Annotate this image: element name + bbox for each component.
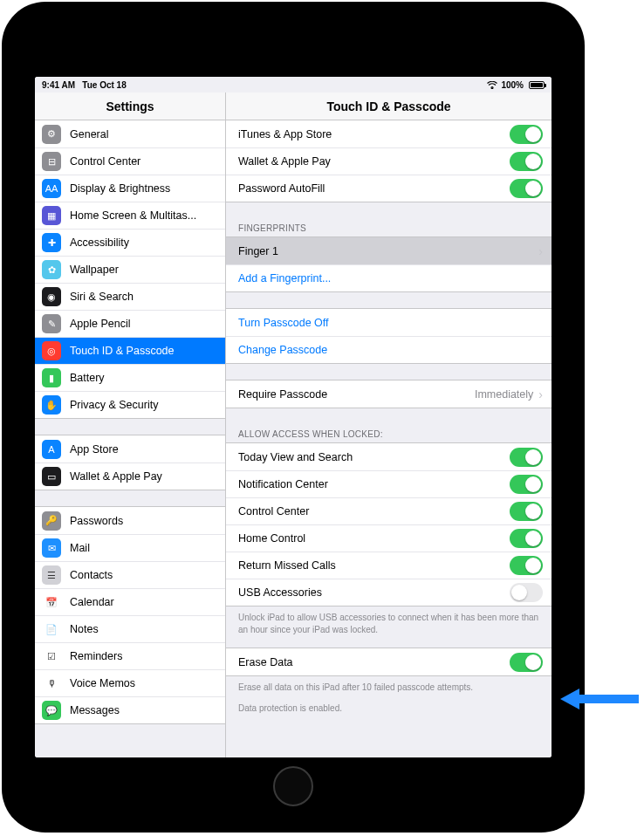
sidebar-item-icon: ✿ bbox=[42, 260, 61, 279]
use-touchid-row[interactable]: Password AutoFill bbox=[226, 175, 552, 202]
sidebar-item[interactable]: ✎Apple Pencil bbox=[35, 310, 225, 337]
require-passcode-label: Require Passcode bbox=[238, 388, 475, 401]
svg-marker-0 bbox=[560, 689, 639, 709]
status-left: 9:41 AM Tue Oct 18 bbox=[42, 80, 127, 90]
sidebar-item-label: Calendar bbox=[70, 596, 216, 608]
sidebar-item[interactable]: ◉Siri & Search bbox=[35, 283, 225, 310]
passcode-action-row[interactable]: Change Passcode bbox=[226, 336, 552, 363]
require-passcode-row[interactable]: Require Passcode Immediately › bbox=[226, 380, 552, 408]
allow-access-toggle[interactable] bbox=[510, 529, 543, 548]
add-fingerprint-row[interactable]: Add a Fingerprint... bbox=[226, 264, 552, 291]
sidebar-item-label: Battery bbox=[70, 372, 216, 384]
allow-access-label: Return Missed Calls bbox=[238, 559, 510, 572]
sidebar-item-icon: ☑ bbox=[42, 647, 61, 666]
sidebar-item[interactable]: 📅Calendar bbox=[35, 588, 225, 615]
passcode-action-label: Change Passcode bbox=[238, 344, 543, 356]
allow-access-label: USB Accessories bbox=[238, 586, 510, 599]
sidebar-item-icon: ◎ bbox=[42, 341, 61, 360]
sidebar-item-label: Home Screen & Multitas... bbox=[70, 209, 216, 222]
home-button[interactable] bbox=[273, 766, 313, 806]
sidebar-item[interactable]: 🎙Voice Memos bbox=[35, 669, 225, 696]
sidebar-item[interactable]: ▮Battery bbox=[35, 364, 225, 391]
sidebar-item[interactable]: 🔑Passwords bbox=[35, 507, 225, 534]
allow-access-toggle[interactable] bbox=[510, 448, 543, 467]
sidebar-item-label: Mail bbox=[70, 542, 216, 554]
sidebar-item[interactable]: 📄Notes bbox=[35, 615, 225, 642]
use-touchid-row[interactable]: iTunes & App Store bbox=[226, 120, 552, 147]
sidebar-item-label: Passwords bbox=[70, 515, 216, 527]
allow-access-row[interactable]: Return Missed Calls bbox=[226, 552, 552, 579]
chevron-right-icon: › bbox=[538, 387, 543, 401]
allow-access-row[interactable]: Home Control bbox=[226, 524, 552, 552]
sidebar-item-icon: ☰ bbox=[42, 565, 61, 585]
require-passcode-value: Immediately bbox=[475, 388, 533, 401]
sidebar-group-3: 🔑Passwords✉Mail☰Contacts📅Calendar📄Notes☑… bbox=[35, 506, 225, 724]
allow-access-toggle[interactable] bbox=[510, 583, 543, 602]
sidebar-item[interactable]: ⚙General bbox=[35, 120, 225, 147]
allow-access-row[interactable]: USB Accessories bbox=[226, 579, 552, 606]
sidebar-item[interactable]: ✋Privacy & Security bbox=[35, 391, 225, 418]
usb-footer: Unlock iPad to allow USB accessories to … bbox=[226, 608, 552, 635]
sidebar-item-icon: 📄 bbox=[42, 620, 61, 639]
use-touchid-toggle[interactable] bbox=[510, 152, 543, 171]
sidebar[interactable]: ⚙General⊟Control CenterAADisplay & Brigh… bbox=[35, 120, 226, 757]
sidebar-item[interactable]: ▭Wallet & Apple Pay bbox=[35, 463, 225, 490]
settings-title: Settings bbox=[35, 93, 226, 120]
allow-access-row[interactable]: Today View and Search bbox=[226, 443, 552, 470]
erase-data-label: Erase Data bbox=[238, 656, 510, 668]
erase-data-row[interactable]: Erase Data bbox=[226, 648, 552, 675]
status-time: 9:41 AM bbox=[42, 80, 75, 90]
sidebar-item-label: General bbox=[70, 128, 216, 140]
columns: ⚙General⊟Control CenterAADisplay & Brigh… bbox=[35, 120, 552, 757]
ipad-bezel: 9:41 AM Tue Oct 18 100% Settings Touch I… bbox=[9, 9, 578, 826]
sidebar-item-icon: ▭ bbox=[42, 467, 61, 486]
allow-access-row[interactable]: Control Center bbox=[226, 497, 552, 524]
sidebar-item[interactable]: ✚Accessibility bbox=[35, 229, 225, 256]
erase-data-toggle[interactable] bbox=[510, 653, 543, 672]
battery-percent: 100% bbox=[501, 80, 524, 90]
allow-access-toggle[interactable] bbox=[510, 502, 543, 521]
sidebar-item[interactable]: ✿Wallpaper bbox=[35, 256, 225, 283]
use-touchid-row[interactable]: Wallet & Apple Pay bbox=[226, 147, 552, 175]
sidebar-item[interactable]: ◎Touch ID & Passcode bbox=[35, 337, 225, 364]
header-bar: Settings Touch ID & Passcode bbox=[35, 93, 552, 120]
allow-access-toggle[interactable] bbox=[510, 556, 543, 575]
sidebar-item[interactable]: ☰Contacts bbox=[35, 561, 225, 588]
allow-access-label: Notification Center bbox=[238, 478, 510, 490]
use-touchid-toggle[interactable] bbox=[510, 125, 543, 144]
sidebar-item-icon: AA bbox=[42, 179, 61, 198]
battery-icon bbox=[529, 81, 545, 89]
sidebar-item[interactable]: 💬Messages bbox=[35, 696, 225, 723]
allow-access-label: Home Control bbox=[238, 532, 510, 545]
passcode-action-row[interactable]: Turn Passcode Off bbox=[226, 309, 552, 336]
sidebar-item-icon: 💬 bbox=[42, 701, 61, 720]
allow-access-group: Today View and SearchNotification Center… bbox=[226, 442, 552, 606]
chevron-right-icon: › bbox=[538, 244, 543, 258]
sidebar-item-label: Apple Pencil bbox=[70, 318, 216, 330]
sidebar-item[interactable]: AADisplay & Brightness bbox=[35, 175, 225, 202]
sidebar-item-label: Display & Brightness bbox=[70, 182, 216, 195]
sidebar-item[interactable]: ✉Mail bbox=[35, 534, 225, 561]
fingerprint-row[interactable]: Finger 1› bbox=[226, 237, 552, 264]
sidebar-item-label: Messages bbox=[70, 704, 216, 716]
sidebar-item-icon: ✚ bbox=[42, 233, 61, 252]
sidebar-item-label: Voice Memos bbox=[70, 677, 216, 689]
allow-access-toggle[interactable] bbox=[510, 475, 543, 494]
sidebar-item-icon: ▮ bbox=[42, 368, 61, 387]
sidebar-item-label: Wallet & Apple Pay bbox=[70, 470, 216, 483]
sidebar-item[interactable]: ▦Home Screen & Multitas... bbox=[35, 202, 225, 229]
use-touchid-label: Wallet & Apple Pay bbox=[238, 155, 510, 168]
sidebar-item-label: App Store bbox=[70, 443, 216, 456]
sidebar-item-label: Wallpaper bbox=[70, 264, 216, 276]
detail-pane[interactable]: iTunes & App StoreWallet & Apple PayPass… bbox=[226, 120, 552, 757]
fingerprints-group: Finger 1›Add a Fingerprint... bbox=[226, 236, 552, 292]
sidebar-item-label: Reminders bbox=[70, 650, 216, 662]
use-touchid-toggle[interactable] bbox=[510, 179, 543, 198]
allow-access-row[interactable]: Notification Center bbox=[226, 470, 552, 497]
sidebar-item-label: Touch ID & Passcode bbox=[70, 345, 216, 357]
sidebar-item-label: Notes bbox=[70, 623, 216, 635]
sidebar-item[interactable]: ⊟Control Center bbox=[35, 147, 225, 175]
sidebar-item[interactable]: ☑Reminders bbox=[35, 642, 225, 669]
sidebar-item[interactable]: AApp Store bbox=[35, 435, 225, 463]
sidebar-item-icon: A bbox=[42, 440, 61, 459]
